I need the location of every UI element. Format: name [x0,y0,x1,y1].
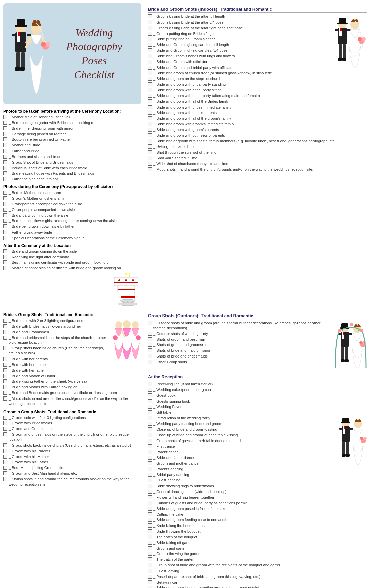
checkbox[interactable] [148,405,152,409]
checkbox[interactable] [3,230,7,234]
checkbox[interactable] [148,66,152,70]
checkbox[interactable] [3,391,7,395]
checkbox[interactable] [3,368,7,372]
checkbox[interactable] [3,379,7,383]
checkbox[interactable] [148,162,152,166]
checkbox[interactable] [3,432,7,436]
checkbox[interactable] [148,48,152,52]
checkbox[interactable] [148,388,152,392]
checkbox[interactable] [3,255,7,259]
checkbox[interactable] [148,495,152,499]
checkbox[interactable] [3,115,7,119]
checkbox[interactable] [3,160,7,164]
checkbox[interactable] [3,449,7,453]
checkbox[interactable] [3,421,7,425]
checkbox[interactable] [148,439,152,443]
checkbox[interactable] [148,535,152,539]
checkbox[interactable] [148,360,152,364]
checkbox[interactable] [3,319,7,323]
checkbox[interactable] [3,466,7,470]
checkbox[interactable] [148,122,152,126]
checkbox[interactable] [3,155,7,159]
checkbox[interactable] [148,99,152,103]
checkbox[interactable] [148,82,152,86]
checkbox[interactable] [148,501,152,505]
checkbox[interactable] [148,433,152,437]
checkbox[interactable] [148,410,152,414]
checkbox[interactable] [148,580,152,584]
checkbox[interactable] [148,586,152,588]
checkbox[interactable] [148,54,152,58]
checkbox[interactable] [3,357,7,361]
checkbox[interactable] [3,363,7,367]
checkbox[interactable] [148,37,152,41]
checkbox[interactable] [148,88,152,92]
checkbox[interactable] [148,484,152,488]
checkbox[interactable] [148,150,152,154]
checkbox[interactable] [148,116,152,120]
checkbox[interactable] [148,77,152,81]
checkbox[interactable] [3,455,7,459]
checkbox[interactable] [148,321,152,325]
checkbox[interactable] [148,43,152,47]
checkbox[interactable] [148,94,152,98]
checkbox[interactable] [3,149,7,153]
checkbox[interactable] [148,399,152,403]
checkbox[interactable] [148,575,152,579]
checkbox[interactable] [148,518,152,522]
checkbox[interactable] [3,213,7,217]
checkbox[interactable] [3,385,7,389]
checkbox[interactable] [148,507,152,511]
checkbox[interactable] [148,569,152,573]
checkbox[interactable] [148,557,152,561]
checkbox[interactable] [148,133,152,137]
checkbox[interactable] [148,456,152,460]
checkbox[interactable] [148,348,152,352]
checkbox[interactable] [148,467,152,471]
checkbox[interactable] [3,427,7,431]
checkbox[interactable] [3,191,7,195]
checkbox[interactable] [148,552,152,556]
checkbox[interactable] [148,563,152,567]
checkbox[interactable] [148,26,152,30]
checkbox[interactable] [3,266,7,270]
checkbox[interactable] [148,167,152,171]
checkbox[interactable] [148,354,152,358]
checkbox[interactable] [148,473,152,477]
checkbox[interactable] [3,219,7,223]
checkbox[interactable] [3,324,7,328]
checkbox[interactable] [3,121,7,125]
checkbox[interactable] [3,374,7,378]
checkbox[interactable] [3,260,7,264]
checkbox[interactable] [3,202,7,206]
checkbox[interactable] [148,444,152,448]
checkbox[interactable] [148,14,152,18]
checkbox[interactable] [3,460,7,464]
checkbox[interactable] [148,343,152,347]
checkbox[interactable] [3,137,7,141]
checkbox[interactable] [148,529,152,533]
checkbox[interactable] [3,132,7,136]
checkbox[interactable] [3,346,7,350]
checkbox[interactable] [148,71,152,75]
checkbox[interactable] [148,60,152,64]
checkbox[interactable] [148,546,152,550]
checkbox[interactable] [148,156,152,160]
checkbox[interactable] [3,143,7,147]
checkbox[interactable] [3,336,7,340]
checkbox[interactable] [148,541,152,545]
checkbox[interactable] [148,144,152,149]
checkbox[interactable] [148,111,152,115]
checkbox[interactable] [3,126,7,130]
checkbox[interactable] [3,330,7,334]
checkbox[interactable] [148,422,152,426]
checkbox[interactable] [148,128,152,132]
checkbox[interactable] [3,224,7,228]
checkbox[interactable] [3,471,7,475]
checkbox[interactable] [148,427,152,431]
checkbox[interactable] [3,208,7,212]
checkbox[interactable] [148,337,152,341]
checkbox[interactable] [3,236,7,240]
checkbox[interactable] [148,32,152,36]
checkbox[interactable] [3,166,7,170]
